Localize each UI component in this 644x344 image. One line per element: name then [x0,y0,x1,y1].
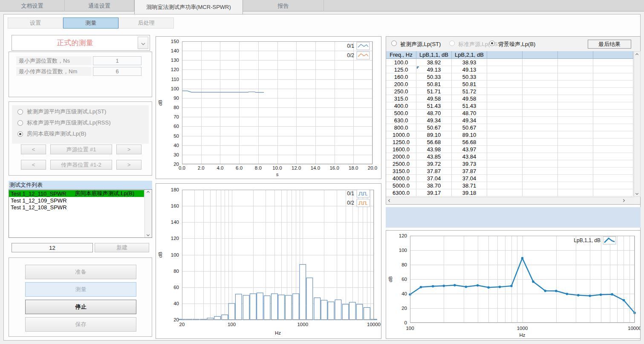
table-cell[interactable] [487,73,523,81]
table-cell[interactable]: 89.10 [452,131,487,139]
table-cell[interactable]: 49.13 [416,66,452,73]
table-cell[interactable] [558,139,593,146]
subtab-setup[interactable]: 设置 [8,17,63,29]
table-cell[interactable] [558,160,593,168]
table-cell[interactable]: 38.70 [416,182,452,189]
table-cell[interactable] [523,110,558,117]
table-cell[interactable] [593,160,633,168]
legend-peak-icon[interactable] [603,237,616,244]
dropdown-arrow-button[interactable] [138,37,148,49]
measurement-mode-dropdown[interactable]: 正式的测量 [12,35,150,51]
source-prev-button[interactable]: < [21,145,46,154]
table-cell[interactable] [558,66,593,73]
table-cell[interactable]: 1000.0 [386,131,416,139]
table-cell[interactable] [558,182,593,189]
table-cell[interactable]: 39.73 [452,160,487,168]
result-radio-lp-b-label[interactable]: 背景噪声,Lp(B) [498,40,535,48]
radio-button-icon[interactable] [17,131,23,137]
table-cell[interactable]: 125.0 [386,66,416,73]
table-cell[interactable] [487,153,523,160]
table-cell[interactable] [487,81,523,88]
table-cell[interactable] [523,189,558,197]
table-cell[interactable] [593,153,633,160]
radio-lp-b[interactable]: 房间本底噪声测试,Lp(B) [17,130,86,138]
table-cell[interactable] [558,189,593,197]
table-cell[interactable]: 56.68 [416,139,452,146]
table-cell[interactable] [593,182,633,189]
table-cell[interactable]: 38.92 [416,59,452,66]
tab-document-settings[interactable]: 文档设置 [0,0,65,12]
table-cell[interactable] [523,81,558,88]
measure-button[interactable]: 测量 [25,282,136,297]
table-cell[interactable] [593,168,633,175]
table-cell[interactable]: 630.0 [386,117,416,124]
radio-button-icon[interactable] [391,40,397,46]
table-cell[interactable] [487,189,523,197]
table-cell[interactable] [558,153,593,160]
min-source-positions-field[interactable]: 1 [93,56,142,65]
table-hscrollbar[interactable] [386,197,634,204]
table-cell[interactable] [523,66,558,73]
table-cell[interactable]: 315.0 [386,95,416,102]
table-cell[interactable] [523,124,558,131]
table-cell[interactable]: 50.33 [452,73,487,81]
table-cell[interactable]: 43.98 [416,146,452,153]
mic-position-button[interactable]: 传声器位置 #1-2 [50,160,112,170]
scroll-up-icon[interactable] [147,191,150,194]
table-cell[interactable] [523,59,558,66]
table-cell[interactable]: 160.0 [386,73,416,81]
table-cell[interactable] [558,131,593,139]
table-cell[interactable] [593,95,633,102]
table-cell[interactable]: 4000.0 [386,175,416,182]
result-radio-lp-rss-label[interactable]: 标准声源,Lp(RSS) [458,40,503,48]
stop-button[interactable]: 停止 [25,300,136,314]
table-cell[interactable] [558,88,593,95]
table-cell[interactable]: 39.18 [452,189,487,197]
table-cell[interactable]: 49.58 [416,95,452,102]
table-cell[interactable] [487,168,523,175]
table-cell[interactable]: 50.33 [416,73,452,81]
scroll-left-icon[interactable] [388,199,391,202]
table-cell[interactable] [593,131,633,139]
table-cell[interactable] [593,189,633,197]
table-vscrollbar[interactable] [634,51,641,197]
table-cell[interactable]: 50.81 [416,81,452,88]
table-cell[interactable] [523,168,558,175]
source-next-button[interactable]: > [116,145,142,154]
table-cell[interactable] [487,139,523,146]
table-cell[interactable] [593,88,633,95]
table-cell[interactable]: 49.34 [452,117,487,124]
result-radio-lp-st-label[interactable]: 被测声源,Lp(ST) [400,40,441,48]
table-cell[interactable] [593,102,633,110]
table-cell[interactable]: 51.43 [452,102,487,110]
table-cell[interactable] [558,146,593,153]
table-cell[interactable]: 43.84 [452,153,487,160]
table-cell[interactable]: 48.70 [452,110,487,117]
table-cell[interactable] [593,139,633,146]
table-cell[interactable]: 37.87 [452,168,487,175]
list-item[interactable]: Test 1_12_109_SPWR [9,197,144,204]
table-cell[interactable] [523,73,558,81]
table-cell[interactable] [523,88,558,95]
table-cell[interactable]: 50.67 [416,124,452,131]
radio-button-icon[interactable] [17,120,23,126]
radio-button-icon[interactable] [17,109,23,115]
table-cell[interactable] [523,182,558,189]
table-cell[interactable] [593,59,633,66]
table-cell[interactable]: 43.97 [452,146,487,153]
file-list-scrollbar[interactable] [144,190,152,237]
radio-button-icon[interactable] [449,40,455,46]
table-cell[interactable] [487,160,523,168]
subtab-measure[interactable]: 测量 [63,17,118,29]
list-item[interactable]: Test 1_12_110_SPWR房间本底噪声测试,Lp(B) [9,190,144,197]
table-cell[interactable]: 38.71 [452,182,487,189]
table-cell[interactable]: 49.58 [452,95,487,102]
mic-prev-button[interactable]: < [21,160,46,170]
mic-next-button[interactable]: > [116,160,142,170]
table-cell[interactable] [593,66,633,73]
table-cell[interactable]: 500.0 [386,110,416,117]
tab-channel-settings[interactable]: 通道设置 [65,0,134,12]
table-cell[interactable] [487,59,523,66]
table-cell[interactable] [523,175,558,182]
radio-lp-st[interactable]: 被测声源平均声压级测试,Lp(ST) [17,107,106,116]
